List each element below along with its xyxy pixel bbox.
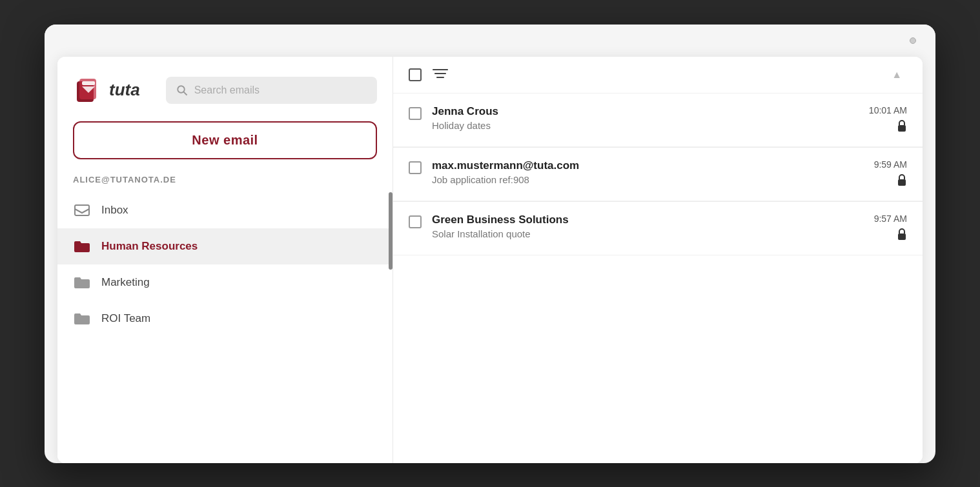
filter-icon[interactable]: [432, 67, 449, 83]
inbox-icon: [73, 201, 91, 219]
email-subject-1: Job application ref:908: [432, 174, 864, 185]
collapse-indicator: ▲: [892, 69, 902, 81]
sidebar-item-marketing-label: Marketing: [101, 276, 150, 289]
folder-gray-roi-icon: [73, 310, 91, 328]
new-email-button[interactable]: New email: [73, 121, 377, 159]
email-item-0[interactable]: Jenna Crous Holiday dates 10:01 AM: [393, 94, 923, 147]
email-item-2[interactable]: Green Business Solutions Solar Installat…: [393, 202, 923, 255]
sidebar-header: tuta Search emails: [57, 57, 393, 119]
email-item-1[interactable]: max.mustermann@tuta.com Job application …: [393, 148, 923, 201]
sidebar-item-inbox-label: Inbox: [101, 204, 128, 217]
lock-icon-1: [897, 174, 907, 189]
sidebar-item-human-resources-label: Human Resources: [101, 240, 198, 253]
main-content: ▲ Jenna Crous Holiday dates 10:01 AM: [393, 57, 923, 463]
email-sender-2: Green Business Solutions: [432, 214, 864, 226]
sidebar-item-marketing[interactable]: Marketing: [57, 264, 393, 301]
svg-line-5: [183, 92, 187, 95]
email-body-1: max.mustermann@tuta.com Job application …: [432, 159, 864, 185]
email-list-header: ▲: [393, 57, 923, 94]
lock-icon-2: [897, 228, 907, 243]
email-body-2: Green Business Solutions Solar Installat…: [432, 214, 864, 239]
email-checkbox-0[interactable]: [409, 107, 422, 120]
email-time-0: 10:01 AM: [869, 105, 907, 115]
sidebar-item-roi-team-label: ROI Team: [101, 312, 150, 325]
scroll-thumb[interactable]: [389, 192, 393, 270]
account-label: ALICE@TUTANOTA.DE: [57, 170, 393, 192]
folder-red-icon: [73, 237, 91, 255]
email-meta-2: 9:57 AM: [874, 214, 907, 243]
device-frame: tuta Search emails New email ALICE@TUTAN…: [45, 25, 935, 463]
folder-gray-marketing-icon: [73, 273, 91, 292]
scroll-track: [389, 192, 393, 463]
svg-rect-12: [898, 234, 906, 240]
top-bar: [45, 25, 935, 57]
sidebar-item-inbox[interactable]: Inbox: [57, 192, 393, 228]
search-bar[interactable]: Search emails: [166, 77, 377, 104]
search-icon: [176, 84, 188, 96]
logo-text: tuta: [109, 80, 140, 100]
email-subject-2: Solar Installation quote: [432, 228, 864, 239]
sidebar-item-roi-team[interactable]: ROI Team: [57, 301, 393, 337]
email-meta-1: 9:59 AM: [874, 159, 907, 189]
svg-rect-11: [898, 179, 906, 186]
camera-dot: [910, 37, 916, 44]
email-subject-0: Holiday dates: [432, 120, 859, 131]
tuta-logo-icon: [73, 75, 104, 106]
email-meta-0: 10:01 AM: [869, 105, 907, 135]
app-container: tuta Search emails New email ALICE@TUTAN…: [57, 57, 923, 463]
sidebar: tuta Search emails New email ALICE@TUTAN…: [57, 57, 393, 463]
svg-rect-2: [82, 81, 95, 85]
lock-icon-0: [897, 119, 907, 135]
email-sender-0: Jenna Crous: [432, 105, 859, 118]
sidebar-item-human-resources[interactable]: Human Resources: [57, 228, 393, 264]
svg-rect-10: [898, 125, 906, 132]
svg-point-4: [178, 86, 185, 93]
email-time-2: 9:57 AM: [874, 214, 907, 224]
email-sender-1: max.mustermann@tuta.com: [432, 159, 864, 172]
email-checkbox-2[interactable]: [409, 215, 422, 228]
logo-area: tuta: [73, 75, 140, 106]
search-placeholder: Search emails: [194, 84, 260, 96]
email-body-0: Jenna Crous Holiday dates: [432, 105, 859, 131]
email-time-1: 9:59 AM: [874, 159, 907, 170]
email-checkbox-1[interactable]: [409, 161, 422, 174]
nav-items: Inbox Human Resources: [57, 192, 393, 463]
select-all-checkbox[interactable]: [409, 68, 422, 81]
